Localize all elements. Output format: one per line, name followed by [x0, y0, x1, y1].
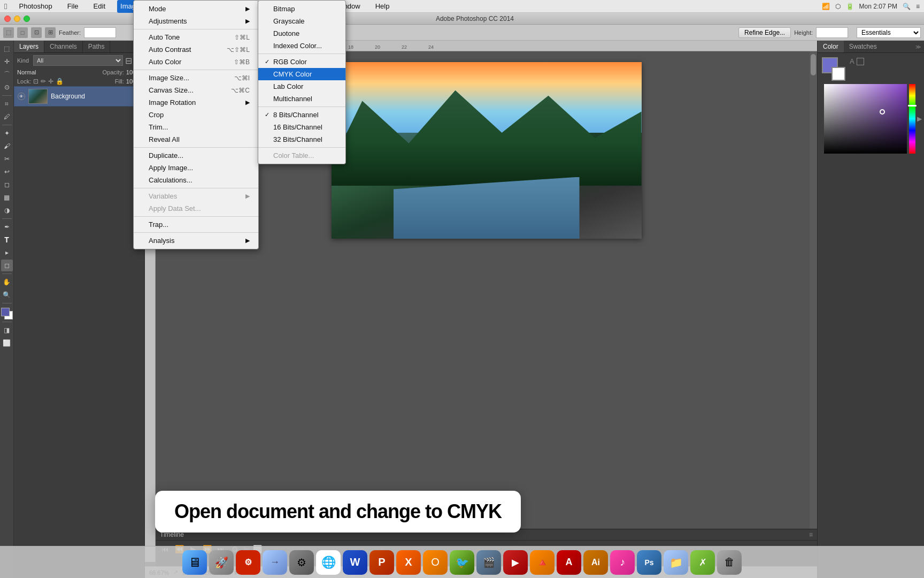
dock-preview[interactable]: ▶: [503, 550, 528, 575]
clone-stamp-tool[interactable]: ✂: [1, 153, 13, 165]
menu-item-32bits[interactable]: 32 Bits/Channel: [258, 133, 345, 146]
menu-item-analysis[interactable]: Analysis ▶: [134, 234, 258, 247]
menu-item-duplicate[interactable]: Duplicate...: [134, 149, 258, 162]
menubar-photoshop[interactable]: Photoshop: [16, 0, 55, 13]
eyedropper-tool[interactable]: 🖊: [1, 111, 13, 123]
menubar-help[interactable]: Help: [372, 0, 393, 13]
hand-tool[interactable]: ✋: [1, 276, 13, 288]
quick-select-tool[interactable]: ⊙: [1, 81, 13, 93]
right-panel-expand-icon[interactable]: ≫: [915, 44, 924, 50]
height-input[interactable]: [816, 27, 848, 38]
maximize-button[interactable]: [24, 16, 30, 22]
menu-item-apply-image[interactable]: Apply Image...: [134, 162, 258, 174]
menu-item-mode[interactable]: Mode ▶: [134, 3, 258, 15]
path-select-tool[interactable]: ▸: [1, 247, 13, 258]
dock-folder[interactable]: 📁: [664, 550, 688, 575]
apple-menu[interactable]: : [4, 2, 7, 11]
gradient-tool[interactable]: ▦: [1, 192, 13, 203]
tab-channels[interactable]: Channels: [44, 41, 83, 52]
scroll-vertical[interactable]: [810, 51, 817, 566]
menu-item-bitmap[interactable]: Bitmap: [258, 3, 345, 15]
menu-item-adjustments[interactable]: Adjustments ▶: [134, 15, 258, 27]
dock-opus[interactable]: X: [396, 550, 421, 575]
dock-photoshop-cc[interactable]: Ps: [637, 550, 661, 575]
history-brush-tool[interactable]: ↩: [1, 166, 13, 178]
menu-item-duotone[interactable]: Duotone: [258, 27, 345, 40]
lasso-tool[interactable]: ⌒: [1, 69, 13, 80]
workspace-select[interactable]: Essentials: [857, 27, 921, 38]
dock-app-bird[interactable]: 🐦: [450, 550, 474, 575]
menu-item-grayscale[interactable]: Grayscale: [258, 15, 345, 27]
crop-tool[interactable]: ⌗: [1, 98, 13, 110]
menu-item-16bits[interactable]: 16 Bits/Channel: [258, 121, 345, 133]
refine-edge-button[interactable]: Refine Edge...: [738, 27, 791, 38]
menu-item-cmyk-color[interactable]: CMYK Color: [258, 68, 345, 80]
pen-tool[interactable]: ✒: [1, 221, 13, 233]
menu-item-multichannel[interactable]: Multichannel: [258, 93, 345, 105]
tab-paths[interactable]: Paths: [83, 41, 111, 52]
type-tool[interactable]: T: [1, 234, 13, 246]
tab-color[interactable]: Color: [818, 41, 844, 52]
eraser-tool[interactable]: ◻: [1, 179, 13, 191]
tab-swatches[interactable]: Swatches: [844, 41, 882, 52]
dock-chrome[interactable]: 🌐: [316, 550, 341, 575]
zoom-tool[interactable]: 🔍: [1, 289, 13, 301]
menubar-search-icon[interactable]: 🔍: [903, 3, 911, 10]
close-button[interactable]: [4, 16, 11, 22]
tab-layers[interactable]: Layers: [14, 41, 44, 52]
dock-trash[interactable]: 🗑: [717, 550, 742, 575]
dock-finder[interactable]: 🖥: [182, 550, 207, 575]
dock-word[interactable]: W: [343, 550, 367, 575]
menu-item-auto-tone[interactable]: Auto Tone ⇧⌘L: [134, 31, 258, 43]
menu-item-trim[interactable]: Trim...: [134, 121, 258, 133]
dock-illustrator[interactable]: Ai: [583, 550, 608, 575]
move-tool[interactable]: ✛: [1, 56, 13, 67]
menu-item-calculations[interactable]: Calculations...: [134, 174, 258, 186]
brush-tool[interactable]: 🖌: [1, 140, 13, 152]
dock-ps2-app[interactable]: ⚙: [236, 550, 260, 575]
menu-item-image-rotation[interactable]: Image Rotation ▶: [134, 96, 258, 109]
menu-item-auto-color[interactable]: Auto Color ⇧⌘B: [134, 56, 258, 68]
menu-item-auto-contrast[interactable]: Auto Contrast ⌥⇧⌘L: [134, 43, 258, 56]
menubar-edit[interactable]: Edit: [90, 0, 109, 13]
timeline-settings-icon[interactable]: ≡: [809, 531, 813, 538]
menu-item-reveal-all[interactable]: Reveal All: [134, 133, 258, 146]
dock-app-orange[interactable]: O: [423, 550, 448, 575]
lock-transparent-icon[interactable]: ⊡: [33, 78, 38, 85]
dock-launchpad[interactable]: 🚀: [209, 550, 234, 575]
filter-icon[interactable]: ⊟: [125, 56, 132, 66]
dock-migration-assistant[interactable]: →: [263, 550, 287, 575]
menubar-menu-icon[interactable]: ≡: [916, 3, 920, 10]
menu-item-image-size[interactable]: Image Size... ⌥⌘I: [134, 72, 258, 84]
shape-tool[interactable]: ◻: [1, 260, 13, 271]
lock-image-icon[interactable]: ✏: [41, 78, 46, 85]
background-swatch[interactable]: [831, 67, 845, 81]
color-expand-arrow-icon[interactable]: ▶: [917, 115, 922, 123]
foreground-color-swatch[interactable]: [1, 308, 10, 316]
hue-slider[interactable]: [909, 84, 915, 154]
quick-mask-tool[interactable]: ◨: [1, 324, 13, 336]
scroll-thumb[interactable]: [811, 54, 816, 75]
feather-input[interactable]: [84, 27, 116, 38]
text-mode-icon[interactable]: A: [850, 57, 854, 65]
menu-item-crop[interactable]: Crop: [134, 109, 258, 121]
dock-system-prefs[interactable]: ⚙: [289, 550, 314, 575]
blend-mode-value[interactable]: Normal: [17, 69, 101, 75]
minimize-button[interactable]: [14, 16, 20, 22]
lock-position-icon[interactable]: ✛: [48, 78, 53, 85]
healing-brush-tool[interactable]: ✦: [1, 127, 13, 139]
dock-xmark-app[interactable]: ✗: [690, 550, 715, 575]
dodge-tool[interactable]: ◑: [1, 204, 13, 216]
lock-all-icon[interactable]: 🔒: [56, 78, 64, 85]
menu-item-8bits[interactable]: ✓ 8 Bits/Channel: [258, 109, 345, 121]
menubar-file[interactable]: File: [64, 0, 82, 13]
dock-itunes[interactable]: ♪: [610, 550, 635, 575]
color-gradient-box[interactable]: [824, 84, 907, 154]
layer-visibility-icon[interactable]: 👁: [18, 93, 25, 100]
menu-item-rgb-color[interactable]: ✓ RGB Color: [258, 56, 345, 68]
layer-background[interactable]: 👁 Background 🔒: [14, 86, 144, 107]
dock-acrobat[interactable]: A: [557, 550, 581, 575]
menu-item-canvas-size[interactable]: Canvas Size... ⌥⌘C: [134, 84, 258, 96]
marquee-tool[interactable]: ⬚: [1, 43, 13, 55]
dock-misc-app[interactable]: 🎬: [476, 550, 501, 575]
